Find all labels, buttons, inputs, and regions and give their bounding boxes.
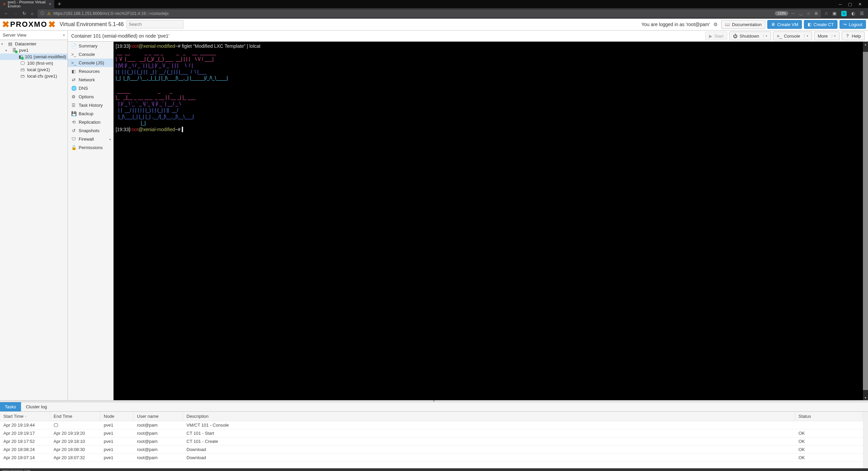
cube-icon: ◧ [71,69,76,74]
subtab-taskhistory[interactable]: ☰Task History [68,101,113,109]
monitor-icon: 🖥 [771,22,775,27]
nav-buttons: ← → ↻ ⌂ [4,11,34,16]
nav-panel: Server View ▾ ▾ ▤ Datacenter ▾ 🗄 pve1 ◧ … [0,30,68,400]
log-tab-tasks[interactable]: Tasks [0,402,21,411]
logo: ✖ PROXMO✖ [2,19,56,30]
scroll-down-icon[interactable]: ▾ [863,395,868,400]
terminal[interactable]: [19:33]root@xenial-modified~# figlet "Mo… [114,42,863,400]
scroll-up-icon[interactable]: ▴ [863,42,868,47]
logout-button[interactable]: ↪Logout [840,20,866,29]
subtab-replication[interactable]: ⟲Replication [68,118,113,126]
zoom-badge[interactable]: 133% [775,11,788,16]
subtab-dns[interactable]: 🌐DNS [68,84,113,93]
forward-icon[interactable]: → [13,11,18,16]
help-button[interactable]: ？Help [842,32,865,40]
table-row[interactable]: Apr 20 19:17:52Apr 20 19:18:10pve1root@p… [0,437,863,446]
subtab-firewall[interactable]: 🛡Firewall▸ [68,135,113,143]
col-user[interactable]: User name [134,412,183,421]
tree-datacenter[interactable]: ▾ ▤ Datacenter [0,41,67,47]
new-tab-button[interactable]: + [54,1,65,8]
subtab-consolejs[interactable]: >_Console (JS) [68,59,113,67]
logo-text: PROXMO [10,20,47,29]
tree-ct-101[interactable]: ◧ 101 (xenial-modified) [0,54,67,60]
home-icon[interactable]: ⌂ [31,11,34,16]
search-input[interactable] [126,20,183,28]
lock-icon: 🔓 [71,145,76,150]
subtab-options[interactable]: ⚙Options [68,93,113,101]
table-row[interactable]: Apr 20 18:07:14Apr 20 18:07:32pve1root@p… [0,454,863,462]
col-description[interactable]: Description [183,412,795,421]
chevron-down-icon[interactable]: ▾ [832,34,836,38]
terminal-icon: >_ [777,34,782,39]
tree-vm-100[interactable]: 🖵 100 (first-vm) [0,60,67,66]
terminal-scrollbar[interactable]: ▴ ▾ [863,42,868,400]
subtab-network[interactable]: ⇄Network [68,76,113,84]
library-icon[interactable]: ⎍ [825,11,828,16]
url-bar[interactable]: ⓘ ⚠ https://192.168.1.251:8006/#v1:0:=lx… [38,9,821,18]
scroll-thumb[interactable] [863,52,868,390]
maximize-icon[interactable]: ▢ [848,2,852,7]
chevron-down-icon[interactable]: ▾ [804,34,808,38]
menu-icon[interactable]: ☰ [860,11,864,16]
reload-icon[interactable]: ↻ [22,11,26,16]
nav-view-label: Server View [3,33,26,38]
sync-icon[interactable]: ↻ [841,11,847,16]
user-settings-icon[interactable]: ⚙ [712,22,719,27]
expander-icon[interactable]: ▾ [1,42,5,46]
app-header: ✖ PROXMO✖ Virtual Environment 5.1-46 You… [0,19,868,30]
cube-icon: ◧ [808,22,811,27]
reader-icon[interactable]: ◡ [799,11,803,16]
col-node[interactable]: Node [100,412,134,421]
log-tab-clusterlog[interactable]: Cluster log [21,402,52,411]
close-window-icon[interactable]: ✕ [858,2,862,7]
console-button[interactable]: >_Console▾ [773,32,812,40]
create-ct-button[interactable]: ◧Create CT [804,20,837,29]
more-button[interactable]: More▾ [814,32,840,40]
back-icon[interactable]: ← [4,11,8,16]
datacenter-icon: ▤ [7,41,13,46]
col-end-time[interactable]: End Time [50,412,100,421]
shutdown-button[interactable]: ⏻Shutdown▾ [729,32,771,40]
spinner-icon: 🖵 [54,423,58,428]
content-header: Container 101 (xenial-modified) on node … [68,30,868,42]
terminal-icon: >_ [71,60,76,65]
col-status[interactable]: Status [795,412,863,421]
subtab-resources[interactable]: ◧Resources [68,67,113,76]
tree-storage-localzfs[interactable]: 🗃 local-zfs (pve1) [0,73,67,79]
table-row[interactable]: Apr 20 19:19:44🖵pve1root@pamVM/CT 101 - … [0,421,863,429]
table-row[interactable]: Apr 20 18:08:24Apr 20 18:08:30pve1root@p… [0,446,863,454]
subtab-permissions[interactable]: 🔓Permissions [68,143,113,152]
sync-icon: ⟲ [71,120,76,125]
col-start-time[interactable]: Start Time↓ [0,412,50,421]
minimize-icon[interactable]: ─ [839,2,842,7]
table-row[interactable]: Apr 20 19:19:17Apr 20 19:19:20pve1root@p… [0,429,863,437]
bookmark-icon[interactable]: ☆ [807,11,810,16]
subtab-console[interactable]: >_Console [68,50,113,59]
tab-close-icon[interactable]: × [49,1,52,7]
sidebar-icon[interactable]: ▣ [832,11,836,16]
documentation-button[interactable]: 📖Documentation [721,20,765,29]
browser-tab[interactable]: ✕ pve1 - Proxmox Virtual Environ × [0,0,54,8]
security-icon: ⚠ [47,11,51,16]
tree-storage-local[interactable]: 🗃 local (pve1) [0,66,67,73]
site-info-icon[interactable]: ⓘ [40,11,44,16]
subtab-snapshots[interactable]: ↺Snapshots [68,126,113,135]
more-icon[interactable]: ⋯ [791,11,795,16]
subtabs: 📄Summary >_Console >_Console (JS) ◧Resou… [68,42,114,400]
nav-view-selector[interactable]: Server View ▾ [0,30,67,40]
page-action-icon[interactable]: ⚙ [814,11,818,16]
tree-node[interactable]: ▾ 🗄 pve1 [0,47,67,54]
toolbar: ← → ↻ ⌂ ⓘ ⚠ https://192.168.1.251:8006/#… [0,8,868,19]
expander-icon[interactable]: ▾ [5,49,9,52]
grid-rows: Apr 20 19:19:44🖵pve1root@pamVM/CT 101 - … [0,421,863,462]
gear-icon: ⚙ [71,94,76,99]
chevron-down-icon[interactable]: ▾ [763,34,767,38]
grid-scrollbar[interactable] [863,412,868,468]
subtab-summary[interactable]: 📄Summary [68,42,113,50]
start-button[interactable]: ▶Start [705,32,727,40]
log-splitter[interactable]: ▾ [0,400,868,402]
create-vm-button[interactable]: 🖥Create VM [767,20,802,29]
log-panel: Tasks Cluster log Start Time↓ End Time N… [0,402,868,468]
subtab-backup[interactable]: 💾Backup [68,109,113,118]
shield-icon[interactable]: ◐ [851,11,855,16]
